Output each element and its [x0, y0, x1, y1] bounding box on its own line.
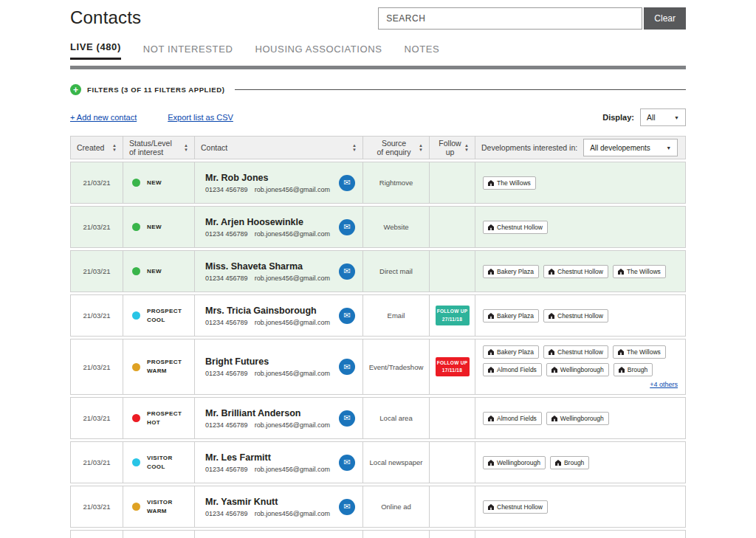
status-dot [132, 503, 140, 511]
sort-icon[interactable]: ▲▼ [112, 143, 117, 152]
tab-bar: LIVE (480) NOT INTERESTED HOUSING ASSOCI… [70, 41, 686, 60]
status-cell: PROSPECT COOL [123, 294, 195, 337]
building-icon [488, 180, 494, 186]
sort-icon[interactable]: ▲▼ [184, 143, 188, 152]
display-dropdown[interactable]: All ▼ [640, 108, 686, 126]
header-source[interactable]: Source of enquiry ▲▼ [363, 136, 430, 159]
development-tag: Chestnut Hollow [543, 309, 608, 323]
sort-icon[interactable]: ▲▼ [419, 143, 423, 152]
status-cell: NEW [123, 206, 195, 248]
follow-up-badge: FOLLOW UP 17/11/18 [436, 357, 470, 377]
contact-email: rob.jones456@gmail.com [255, 230, 330, 238]
status-dot [132, 414, 140, 422]
developments-cell: The Willows [475, 162, 686, 204]
header-contact[interactable]: Contact ▲▼ [195, 136, 363, 159]
tab-divider-bar [70, 66, 686, 69]
tab-not-interested[interactable]: NOT INTERESTED [143, 44, 233, 60]
table-row: 21/03/21 NEW Miss. Shaveta Sharma 01234 … [70, 250, 686, 292]
mail-icon[interactable]: ✉ [339, 175, 355, 191]
filters-toggle[interactable]: + FILTERS (3 OF 11 FILTERS APPLIED) [70, 84, 686, 95]
tab-notes[interactable]: NOTES [405, 44, 440, 60]
header-status[interactable]: Status/Level of interest ▲▼ [123, 136, 195, 159]
contact-name: Mrs. Tricia Gainsborough [205, 306, 330, 316]
contact-phone: 01234 456789 [205, 275, 248, 282]
development-tag: Bakery Plaza [483, 345, 539, 359]
follow-up-cell [430, 250, 475, 292]
display-control: Display: All ▼ [602, 108, 686, 126]
development-tag: Wellingborough [546, 363, 609, 376]
status-cell: VISITOR COOL [123, 441, 195, 483]
source-cell: Rightmove [363, 162, 430, 204]
developments-cell: Bakery Plaza Chestnut Hollow The Willows [475, 250, 686, 292]
source-cell: Direct mail [363, 250, 430, 292]
contact-phone: 01234 456789 [205, 230, 248, 238]
clear-button[interactable]: Clear [644, 7, 686, 30]
status-dot [132, 223, 140, 231]
contact-name: Bright Futures [205, 356, 330, 367]
building-icon [618, 269, 624, 275]
export-csv-link[interactable]: Export list as CSV [168, 113, 233, 122]
tab-live[interactable]: LIVE (480) [70, 41, 121, 60]
development-tag: Chestnut Hollow [543, 345, 608, 359]
table-row: 21/03/21 VISITOR COOL Mr. Les Farmitt 01… [70, 441, 686, 483]
table-row: 21/03/21 PROSPECT COOL Mrs. Tricia Gains… [70, 294, 686, 337]
header-created[interactable]: Created ▲▼ [70, 136, 123, 159]
building-icon [488, 415, 494, 421]
mail-icon[interactable]: ✉ [339, 455, 355, 471]
building-icon [618, 349, 624, 355]
chevron-down-icon: ▼ [674, 115, 679, 120]
source-cell: Email [363, 294, 430, 337]
contact-name: Mr. Yasmir Knutt [205, 497, 330, 507]
mail-icon[interactable]: ✉ [339, 263, 355, 280]
contact-name: Mr. Rob Jones [205, 173, 330, 183]
contact-email: rob.jones456@gmail.com [255, 421, 330, 429]
header-follow-up[interactable]: Follow up ▲▼ [430, 136, 475, 159]
status-dot [132, 458, 140, 466]
contact-cell: Mrs. Tricia Gainsborough 01234 456789 ro… [195, 294, 363, 337]
mail-icon[interactable]: ✉ [339, 308, 355, 324]
plus-icon: + [70, 84, 81, 95]
development-tag: Brough [614, 363, 653, 376]
follow-up-cell [430, 530, 475, 538]
status-dot [132, 179, 140, 187]
building-icon [555, 460, 561, 466]
more-developments-link[interactable]: +4 others [650, 381, 678, 388]
follow-up-cell [430, 162, 475, 204]
mail-icon[interactable]: ✉ [339, 410, 355, 427]
follow-up-cell [430, 486, 475, 528]
page-title: Contacts [70, 7, 141, 28]
developments-dropdown[interactable]: All developements ▼ [583, 139, 678, 156]
development-tag: Bakery Plaza [483, 309, 539, 323]
add-new-contact-link[interactable]: + Add new contact [70, 113, 137, 122]
mail-icon[interactable]: ✉ [339, 499, 355, 515]
development-tag: The Willows [613, 345, 666, 359]
development-tag: Wellingborough [546, 412, 609, 425]
mail-icon[interactable]: ✉ [339, 219, 355, 235]
created-cell: 21/03/21 [70, 397, 123, 439]
created-cell: 21/03/21 [70, 339, 123, 395]
search-input[interactable] [378, 7, 642, 30]
created-cell: 21/03/21 [70, 250, 123, 292]
building-icon [488, 224, 494, 230]
tab-housing-associations[interactable]: HOUSING ASSOCIATIONS [255, 44, 382, 60]
mail-icon[interactable]: ✉ [339, 359, 355, 375]
table-row: 21/03/21 NEW Mr. Arjen Hoosewinkle 01234… [70, 206, 686, 248]
table-header-row: Created ▲▼ Status/Level of interest ▲▼ C… [70, 136, 686, 159]
building-icon [549, 269, 554, 275]
source-cell: Local newspaper [363, 441, 430, 483]
created-cell: 21/03/21 [70, 441, 123, 483]
building-icon [551, 367, 557, 373]
building-icon [549, 313, 554, 319]
contact-email: rob.jones456@gmail.com [255, 466, 330, 473]
sort-icon[interactable]: ▲▼ [352, 143, 357, 152]
development-tag: The Willows [613, 265, 666, 278]
contact-cell: Mr. Jonathan Biggleswade 01234 456789 ro… [195, 530, 363, 538]
created-cell: 21/03/21 [70, 486, 123, 528]
contact-cell: Mr. Les Farmitt 01234 456789 rob.jones45… [195, 441, 363, 483]
sort-icon[interactable]: ▲▼ [464, 143, 469, 152]
follow-up-cell: FOLLOW UP 17/11/18 [430, 339, 475, 395]
source-cell: Event/Tradeshow [363, 339, 430, 395]
contact-email: rob.jones456@gmail.com [255, 275, 330, 282]
status-cell: VISITOR HOT [123, 530, 195, 538]
contact-cell: Mr. Yasmir Knutt 01234 456789 rob.jones4… [195, 486, 363, 528]
